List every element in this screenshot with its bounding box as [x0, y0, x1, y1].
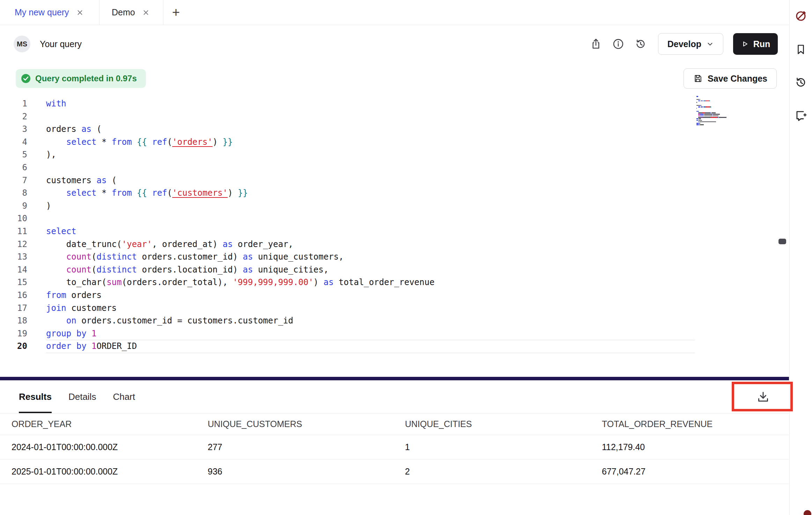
download-icon: [756, 390, 770, 404]
column-header[interactable]: UNIQUE_CUSTOMERS: [196, 419, 393, 429]
line-number: 10: [0, 212, 27, 225]
code-line[interactable]: date_trunc('year', ordered_at) as order_…: [46, 238, 435, 251]
table-row[interactable]: 2024-01-01T00:00:00.000Z2771112,179.40: [0, 435, 789, 460]
history-button[interactable]: [633, 36, 648, 52]
line-number: 17: [0, 302, 27, 315]
column-header[interactable]: UNIQUE_CITIES: [393, 419, 590, 429]
main-area: My new query Demo + MS Your query: [0, 0, 789, 515]
editor-tab-bar: My new query Demo +: [0, 0, 789, 25]
column-header[interactable]: ORDER_YEAR: [0, 419, 196, 429]
develop-label: Develop: [667, 39, 701, 49]
code-line[interactable]: select: [46, 225, 435, 238]
code-line[interactable]: select * from {{ ref('orders') }}: [46, 136, 435, 149]
code-line[interactable]: orders as (: [46, 123, 435, 136]
results-toolbar: Results Details Chart: [0, 380, 789, 413]
code-line[interactable]: ),: [46, 148, 435, 161]
info-button[interactable]: [611, 36, 626, 52]
sql-editor[interactable]: 1234567891011121314151617181920 withorde…: [0, 94, 789, 377]
run-label: Run: [753, 39, 770, 49]
status-row: Query completed in 0.97s Save Changes: [0, 63, 789, 94]
download-results-button[interactable]: [753, 386, 774, 407]
line-number: 9: [0, 200, 27, 212]
table-cell: 936: [196, 467, 393, 477]
new-tab-button[interactable]: +: [163, 0, 189, 25]
line-number: 18: [0, 314, 27, 327]
code-line[interactable]: join customers: [46, 302, 435, 315]
editor-code[interactable]: withorders as ( select * from {{ ref('or…: [33, 94, 435, 377]
line-number: 8: [0, 187, 27, 200]
code-line[interactable]: select * from {{ ref('customers') }}: [46, 187, 435, 200]
develop-dropdown[interactable]: Develop: [658, 33, 723, 55]
share-button[interactable]: [588, 36, 604, 52]
code-line[interactable]: [46, 212, 435, 225]
panel-divider[interactable]: [0, 377, 789, 380]
code-line[interactable]: [46, 110, 435, 123]
table-cell: 2024-01-01T00:00:00.000Z: [0, 442, 196, 452]
table-cell: 277: [196, 442, 393, 452]
line-number: 12: [0, 238, 27, 251]
info-icon: [612, 38, 625, 50]
code-line[interactable]: order by 1ORDER_ID: [46, 340, 435, 353]
feedback-icon: [794, 109, 807, 122]
line-number: 20: [0, 340, 27, 353]
line-number: 4: [0, 136, 27, 149]
feedback-button[interactable]: [793, 108, 808, 123]
line-number: 11: [0, 225, 27, 238]
code-line[interactable]: group by 1: [46, 327, 435, 340]
code-line[interactable]: on orders.customer_id = customers.custom…: [46, 314, 435, 327]
code-line[interactable]: from orders: [46, 289, 435, 302]
editor-gutter: 1234567891011121314151617181920: [0, 94, 33, 377]
run-button[interactable]: Run: [733, 33, 778, 55]
results-panel: Results Details Chart ORDER_YEAR UNIQUE_…: [0, 380, 789, 515]
history-icon: [634, 38, 647, 50]
table-cell: 2: [393, 467, 590, 477]
code-line[interactable]: ): [46, 200, 435, 212]
code-line[interactable]: [46, 161, 435, 174]
table-cell: 2025-01-01T00:00:00.000Z: [0, 467, 196, 477]
debug-button[interactable]: [793, 9, 808, 23]
code-line[interactable]: customers as (: [46, 174, 435, 187]
share-icon: [590, 38, 602, 50]
line-number: 7: [0, 174, 27, 187]
query-header: MS Your query Develop: [0, 25, 789, 63]
tab-demo[interactable]: Demo: [99, 0, 163, 25]
notification-dot: [804, 510, 811, 515]
check-circle-icon: [21, 74, 31, 83]
results-table-header: ORDER_YEAR UNIQUE_CUSTOMERS UNIQUE_CITIE…: [0, 413, 789, 435]
table-row[interactable]: 2025-01-01T00:00:00.000Z9362677,047.27: [0, 460, 789, 484]
column-header[interactable]: TOTAL_ORDER_REVENUE: [590, 419, 789, 429]
close-icon[interactable]: [142, 9, 150, 16]
query-status-badge: Query completed in 0.97s: [16, 69, 146, 88]
chevron-down-icon: [706, 40, 714, 48]
save-icon: [693, 74, 703, 83]
save-changes-button[interactable]: Save Changes: [684, 68, 777, 89]
code-line[interactable]: count(distinct orders.location_id) as un…: [46, 263, 435, 276]
line-number: 2: [0, 110, 27, 123]
history-icon: [794, 76, 807, 89]
line-number: 13: [0, 251, 27, 263]
line-number: 3: [0, 123, 27, 136]
tab-results[interactable]: Results: [19, 380, 52, 413]
table-cell: 112,179.40: [590, 442, 789, 452]
code-line[interactable]: with: [46, 97, 435, 110]
line-number: 1: [0, 97, 27, 110]
editor-minimap[interactable]: [696, 96, 734, 126]
scrollbar-thumb[interactable]: [778, 239, 786, 244]
tab-details[interactable]: Details: [68, 380, 96, 413]
debug-icon: [794, 9, 807, 23]
tab-my-new-query[interactable]: My new query: [0, 0, 99, 25]
code-line[interactable]: count(distinct orders.customer_id) as un…: [46, 251, 435, 263]
line-number: 15: [0, 276, 27, 289]
status-message: Query completed in 0.97s: [35, 74, 137, 83]
history-rail-button[interactable]: [793, 75, 808, 90]
tab-label: Demo: [112, 7, 135, 17]
bookmark-button[interactable]: [793, 42, 808, 57]
right-sidebar: [789, 0, 812, 515]
line-number: 14: [0, 263, 27, 276]
play-icon: [741, 40, 749, 48]
close-icon[interactable]: [76, 9, 84, 16]
bookmark-icon: [795, 43, 807, 55]
code-line[interactable]: to_char(sum(orders.order_total), '999,99…: [46, 276, 435, 289]
tab-chart[interactable]: Chart: [113, 380, 135, 413]
avatar[interactable]: MS: [14, 36, 30, 52]
